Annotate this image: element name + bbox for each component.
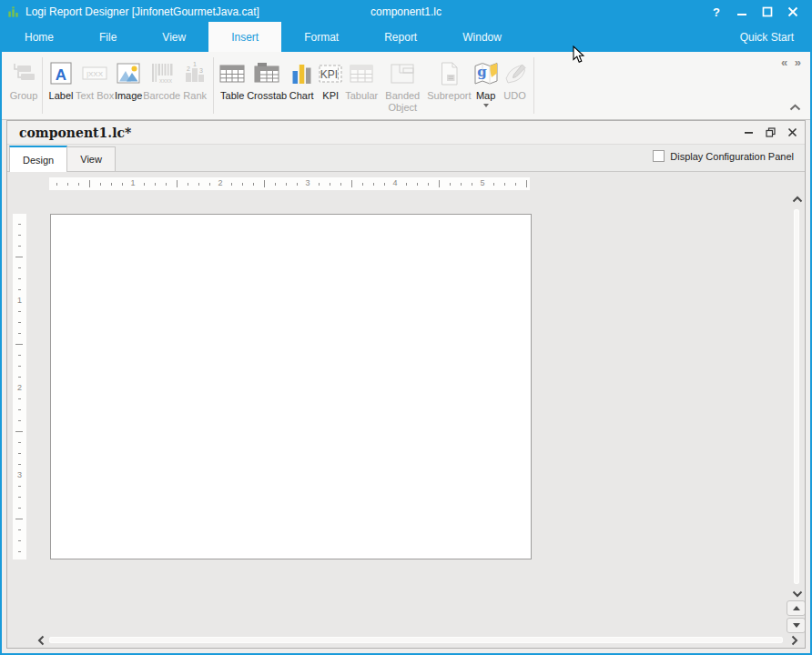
ruler-tick	[15, 431, 23, 432]
display-config-checkbox[interactable]	[653, 150, 665, 162]
rank-icon: 213	[180, 57, 209, 90]
ribbon-button-label: Banded Object	[378, 90, 427, 113]
menu-insert[interactable]: Insert	[208, 22, 281, 52]
ruler-tick	[362, 183, 363, 186]
ruler-tick	[330, 183, 330, 186]
menu-quick-start[interactable]: Quick Start	[724, 22, 810, 52]
scroll-left-button[interactable]	[35, 635, 47, 646]
maximize-button[interactable]	[759, 5, 776, 19]
dropdown-arrow-icon[interactable]	[483, 104, 489, 107]
tabular-button: Tabular	[345, 55, 378, 102]
document-close-button[interactable]	[787, 127, 797, 137]
ruler-number: 3	[305, 178, 310, 187]
ribbon-button-label: Rank	[183, 90, 207, 102]
image-icon	[114, 57, 143, 90]
page-down-button[interactable]	[787, 618, 805, 633]
minimize-icon	[744, 127, 754, 137]
app-window: Logi Report Designer [JinfonetGourmetJav…	[0, 0, 812, 655]
ruler-tick	[319, 183, 320, 186]
ruler-tick	[242, 183, 243, 186]
minimize-button[interactable]	[734, 5, 750, 19]
menu-bar-items: HomeFileViewInsertFormatReportWindow	[2, 22, 524, 52]
scroll-right-button[interactable]	[788, 635, 801, 646]
menu-report[interactable]: Report	[361, 22, 440, 52]
tab-view[interactable]: View	[66, 146, 116, 171]
document-restore-button[interactable]	[766, 127, 776, 137]
ruler-tick	[253, 183, 254, 186]
ruler-tick	[384, 183, 385, 186]
svg-text:xxxx: xxxx	[159, 77, 173, 84]
label-button[interactable]: ALabel	[46, 55, 76, 102]
svg-text:2: 2	[187, 66, 190, 72]
subreport-icon	[434, 57, 463, 90]
ruler-tick	[15, 344, 23, 345]
window-controls: ?	[708, 5, 810, 19]
ruler-tick	[493, 183, 494, 186]
vertical-ruler: 123	[13, 214, 26, 559]
map-button[interactable]: gMap	[472, 55, 501, 107]
menu-view[interactable]: View	[139, 22, 208, 52]
document-minimize-button[interactable]	[744, 127, 754, 137]
ribbon-groups: GroupALabel|XXXText BoxImagexxxxBarcode2…	[9, 55, 538, 114]
kpi-button[interactable]: KPIKPI	[316, 55, 345, 102]
chart-button[interactable]: Chart	[287, 55, 316, 102]
horizontal-scrollbar-track[interactable]	[49, 637, 783, 643]
ruler-tick	[144, 183, 145, 186]
ruler-tick	[18, 464, 21, 465]
svg-text:|XXX: |XXX	[86, 70, 104, 78]
ruler-tick	[264, 180, 265, 187]
ribbon-button-label: Chart	[289, 90, 314, 102]
chart-icon	[287, 57, 316, 90]
svg-text:KPI: KPI	[320, 68, 338, 81]
help-button[interactable]: ?	[708, 5, 725, 19]
ruler-tick	[18, 267, 21, 268]
menu-home[interactable]: Home	[2, 22, 76, 52]
text-box-icon: |XXX	[80, 57, 109, 90]
ruler-tick	[18, 540, 21, 541]
menu-format[interactable]: Format	[281, 22, 361, 52]
ruler-tick	[18, 442, 21, 443]
menu-file[interactable]: File	[76, 22, 139, 52]
crosstab-button[interactable]: Crosstab	[247, 55, 287, 102]
ribbon-group-separator	[42, 57, 43, 114]
restore-icon	[766, 127, 776, 137]
ribbon-toolbar: GroupALabel|XXXText BoxImagexxxxBarcode2…	[2, 52, 810, 120]
document-tab-row: DesignView Display Configuration Panel	[7, 145, 805, 172]
ruler-tick	[18, 224, 21, 225]
ruler-tick	[373, 183, 374, 186]
config-panel-toggle: Display Configuration Panel	[653, 150, 794, 162]
ruler-tick	[188, 183, 188, 186]
image-button[interactable]: Image	[114, 55, 143, 102]
ribbon-overflow-button[interactable]: « »	[781, 55, 803, 69]
scroll-up-button[interactable]	[790, 195, 805, 204]
page-up-button[interactable]	[787, 600, 805, 616]
scroll-down-button[interactable]	[790, 590, 805, 599]
tab-design[interactable]: Design	[9, 146, 67, 172]
ribbon-button-label: Group	[10, 90, 38, 102]
ruler-tick	[450, 183, 451, 186]
vertical-scrollbar-track[interactable]	[794, 209, 799, 584]
ruler-tick	[155, 183, 156, 186]
title-bar: Logi Report Designer [JinfonetGourmetJav…	[2, 2, 810, 22]
ruler-tick	[18, 333, 21, 334]
ruler-tick	[18, 486, 21, 487]
ruler-number: 2	[17, 383, 22, 392]
ribbon-button-label: Label	[49, 90, 74, 102]
menu-window[interactable]: Window	[440, 22, 524, 52]
report-canvas[interactable]	[50, 214, 532, 559]
ruler-tick	[18, 508, 21, 509]
ribbon-group-separator	[213, 57, 214, 114]
ruler-tick	[275, 183, 276, 186]
ruler-tick	[526, 180, 527, 187]
ribbon-collapse-button[interactable]	[789, 98, 801, 115]
document-window-controls	[744, 127, 797, 137]
table-button[interactable]: Table	[218, 55, 247, 102]
close-button[interactable]	[785, 5, 801, 19]
ruler-tick	[406, 183, 407, 186]
ruler-tick	[18, 246, 21, 247]
display-config-label: Display Configuration Panel	[670, 151, 794, 162]
close-icon	[787, 6, 798, 17]
triangle-down-icon	[793, 623, 800, 628]
chevron-down-icon	[792, 590, 803, 598]
chevron-up-icon	[792, 196, 803, 203]
